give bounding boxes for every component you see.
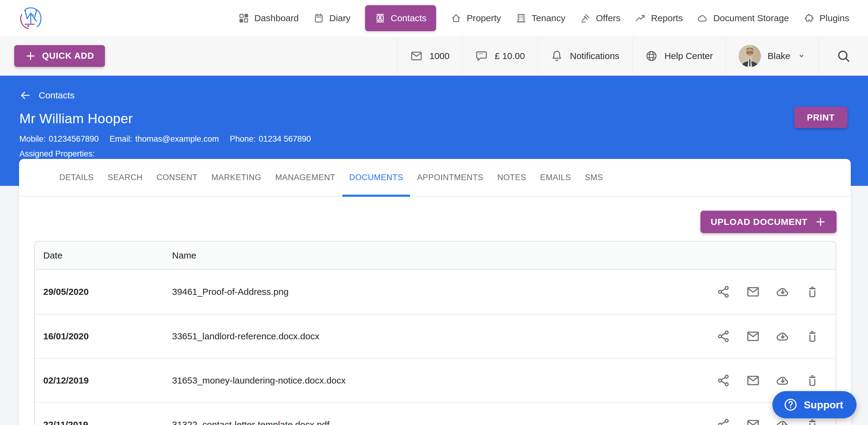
share-icon[interactable] xyxy=(716,285,731,299)
upload-row: UPLOAD DOCUMENT xyxy=(19,197,851,233)
document-name: 31653_money-laundering-notice.docx.docx xyxy=(172,375,716,386)
tab-marketing[interactable]: MARKETING xyxy=(205,159,268,196)
email-credits[interactable]: 1000 xyxy=(397,36,462,75)
nav-item-tenancy[interactable]: Tenancy xyxy=(516,13,565,24)
secondary-toolbar: QUICK ADD 1000 £ 10.00 Notifications Hel… xyxy=(0,36,868,76)
global-search-button[interactable] xyxy=(819,36,868,75)
email-label: Email: xyxy=(110,134,132,144)
contact-detail-card: DETAILS SEARCH CONSENT MARKETING MANAGEM… xyxy=(19,159,851,425)
row-actions xyxy=(716,418,836,425)
nav-item-dashboard[interactable]: Dashboard xyxy=(238,13,299,24)
plus-icon xyxy=(25,51,36,61)
toolbar-right-group: 1000 £ 10.00 Notifications Help Center B… xyxy=(397,36,868,75)
email-value: thomas@example.com xyxy=(135,134,219,144)
dashboard-icon xyxy=(238,13,249,24)
delete-icon[interactable] xyxy=(805,373,819,388)
nav-label: Reports xyxy=(651,13,683,23)
notifications-label: Notifications xyxy=(570,51,619,61)
phone-pair: Phone:01234 567890 xyxy=(230,134,311,144)
email-document-icon[interactable] xyxy=(746,329,760,343)
assigned-properties-label: Assigned Properties: xyxy=(19,149,868,159)
nav-item-reports[interactable]: Reports xyxy=(635,13,683,24)
table-row: 16/01/2020 33651_landlord-reference.docx… xyxy=(35,314,836,358)
support-label: Support xyxy=(804,399,843,411)
nav-item-property[interactable]: Property xyxy=(451,13,501,24)
document-name: 33651_landlord-reference.docx.docx xyxy=(172,331,716,341)
email-document-icon[interactable] xyxy=(746,285,760,299)
nav-label: Plugins xyxy=(819,13,849,23)
email-document-icon[interactable] xyxy=(746,418,760,425)
user-name: Blake xyxy=(768,51,790,61)
nav-label: Dashboard xyxy=(254,13,299,23)
sms-balance[interactable]: £ 10.00 xyxy=(462,36,537,75)
help-center-label: Help Center xyxy=(664,51,713,61)
notifications-button[interactable]: Notifications xyxy=(537,36,632,75)
support-button[interactable]: Support xyxy=(772,391,857,418)
cloud-icon xyxy=(697,13,708,24)
share-icon[interactable] xyxy=(716,373,731,388)
tab-emails[interactable]: EMAILS xyxy=(533,159,578,196)
documents-table: Date Name 29/05/2020 39461_Proof-of-Addr… xyxy=(34,241,836,425)
tab-sms[interactable]: SMS xyxy=(578,159,610,196)
help-center-button[interactable]: Help Center xyxy=(632,36,725,75)
tenancy-icon xyxy=(516,13,527,24)
share-icon[interactable] xyxy=(716,418,731,425)
row-actions xyxy=(716,285,836,299)
nav-label: Property xyxy=(467,13,501,23)
email-credits-value: 1000 xyxy=(430,51,450,61)
back-link[interactable]: Contacts xyxy=(19,90,74,101)
user-menu[interactable]: Blake xyxy=(725,36,819,75)
main-menu: Dashboard Diary Contacts Property Tenanc… xyxy=(238,5,849,31)
tab-notes[interactable]: NOTES xyxy=(490,159,533,196)
top-navigation-bar: Dashboard Diary Contacts Property Tenanc… xyxy=(0,0,868,36)
mobile-value: 01234567890 xyxy=(49,134,99,144)
nav-item-plugins[interactable]: Plugins xyxy=(804,13,849,24)
tab-consent[interactable]: CONSENT xyxy=(150,159,205,196)
chat-bubble-icon xyxy=(475,50,488,62)
nav-label: Contacts xyxy=(391,13,427,23)
offers-icon xyxy=(580,13,591,24)
nav-item-offers[interactable]: Offers xyxy=(580,13,620,24)
mobile-label: Mobile: xyxy=(19,134,46,144)
upload-document-button[interactable]: UPLOAD DOCUMENT xyxy=(701,211,837,233)
quick-add-label: QUICK ADD xyxy=(42,51,94,61)
contact-tabs: DETAILS SEARCH CONSENT MARKETING MANAGEM… xyxy=(19,159,851,197)
tab-search[interactable]: SEARCH xyxy=(101,159,150,196)
nav-label: Document Storage xyxy=(713,13,789,23)
diary-icon xyxy=(313,13,324,24)
reports-icon xyxy=(635,13,646,24)
nav-item-diary[interactable]: Diary xyxy=(313,13,350,24)
tab-appointments[interactable]: APPOINTMENTS xyxy=(410,159,490,196)
question-mark-icon xyxy=(783,397,798,412)
phone-value: 01234 567890 xyxy=(258,134,311,144)
download-icon[interactable] xyxy=(776,373,790,388)
print-button[interactable]: PRINT xyxy=(794,107,847,128)
tab-documents[interactable]: DOCUMENTS xyxy=(342,159,410,196)
row-actions xyxy=(716,329,836,343)
tab-management[interactable]: MANAGEMENT xyxy=(268,159,342,196)
plus-icon xyxy=(815,216,826,228)
document-date: 29/05/2020 xyxy=(35,287,172,297)
sms-balance-value: £ 10.00 xyxy=(495,51,525,61)
documents-table-header: Date Name xyxy=(35,242,836,270)
row-actions xyxy=(716,373,836,388)
download-icon[interactable] xyxy=(776,418,790,425)
brand-logo-icon[interactable] xyxy=(18,5,43,31)
upload-document-label: UPLOAD DOCUMENT xyxy=(711,217,807,227)
table-row: 22/11/2019 31322_contact-letter-template… xyxy=(35,402,836,425)
back-label: Contacts xyxy=(39,90,74,101)
share-icon[interactable] xyxy=(716,329,731,343)
nav-item-document-storage[interactable]: Document Storage xyxy=(697,13,789,24)
download-icon[interactable] xyxy=(776,285,790,299)
download-icon[interactable] xyxy=(776,329,790,343)
nav-label: Tenancy xyxy=(532,13,565,23)
tab-details[interactable]: DETAILS xyxy=(52,159,101,196)
delete-icon[interactable] xyxy=(805,329,819,343)
delete-icon[interactable] xyxy=(805,285,819,299)
quick-add-button[interactable]: QUICK ADD xyxy=(14,45,105,67)
nav-item-contacts[interactable]: Contacts xyxy=(365,5,436,31)
document-date: 16/01/2020 xyxy=(35,331,172,341)
email-document-icon[interactable] xyxy=(746,373,760,388)
document-date: 02/12/2019 xyxy=(35,375,172,386)
delete-icon[interactable] xyxy=(805,418,819,425)
